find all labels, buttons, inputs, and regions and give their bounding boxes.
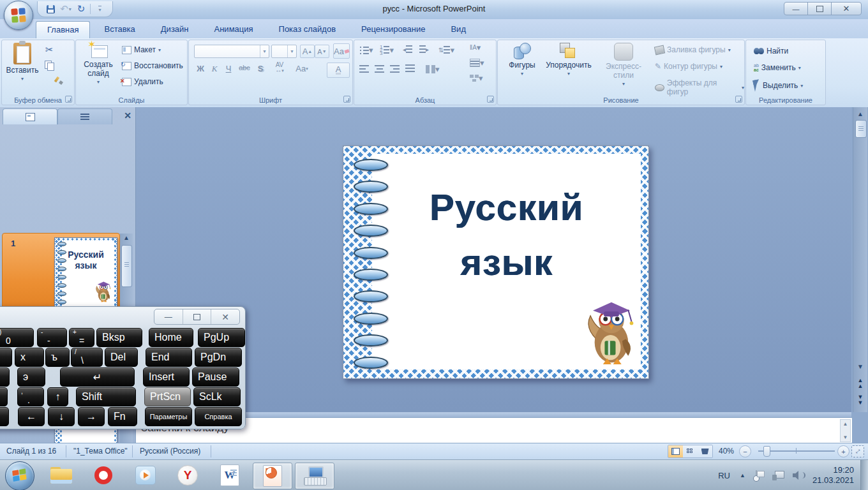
character-spacing-button[interactable]: AV↔▾	[269, 63, 290, 73]
shape-fill-button[interactable]: Заливка фигуры▾	[655, 45, 731, 54]
line-spacing-button[interactable]: ⇅▾	[438, 45, 454, 55]
chevron-down-icon[interactable]: ▼	[260, 45, 269, 57]
normal-view-button[interactable]	[668, 445, 683, 457]
key-e[interactable]: э	[17, 368, 45, 387]
key-equals[interactable]: +=	[69, 328, 94, 347]
font-family-combobox[interactable]: ▼	[194, 45, 269, 58]
scroll-up-icon[interactable]: ▲	[120, 234, 133, 242]
shrink-font-button[interactable]: А▼	[315, 45, 329, 58]
shapes-button[interactable]: Фигуры▾	[503, 43, 541, 78]
slide-sorter-button[interactable]	[683, 445, 698, 457]
key-period[interactable]: ,.	[17, 387, 44, 406]
taskbar-item-explorer[interactable]	[42, 463, 80, 488]
start-button[interactable]	[5, 461, 34, 490]
bullets-button[interactable]: ▾	[359, 45, 373, 55]
justify-button[interactable]	[405, 64, 415, 73]
delete-slide-button[interactable]: Удалить	[122, 77, 163, 86]
shape-outline-button[interactable]: ✎ Контур фигуры▾	[655, 62, 722, 71]
clear-formatting-button[interactable]: Aa	[333, 43, 350, 59]
tab-Вставка[interactable]: Вставка	[93, 20, 146, 38]
copy-button[interactable]	[44, 61, 54, 70]
arrange-button[interactable]: Упорядочить▾	[544, 43, 594, 78]
key-end[interactable]: End	[146, 348, 192, 367]
language-indicator[interactable]: RU	[718, 471, 730, 480]
slide-title-line1[interactable]: Русский	[372, 186, 641, 228]
office-button[interactable]	[4, 1, 33, 30]
tab-Показ слайдов[interactable]: Показ слайдов	[267, 20, 348, 38]
zoom-out-button[interactable]: −	[739, 445, 751, 457]
dialog-launcher-icon[interactable]	[65, 96, 72, 103]
scroll-up-icon[interactable]: ▲	[853, 110, 867, 119]
taskbar-item-word[interactable]: W	[211, 463, 249, 488]
align-text-button[interactable]: ▾	[470, 58, 484, 68]
tab-Дизайн[interactable]: Дизайн	[149, 20, 200, 38]
slide-counter[interactable]: Слайд 1 из 16	[6, 447, 56, 456]
key-home[interactable]: Home	[149, 328, 193, 347]
dialog-launcher-icon[interactable]	[487, 96, 494, 103]
key-fn[interactable]: Fn	[108, 407, 137, 426]
zoom-in-button[interactable]: +	[837, 445, 849, 457]
key-help[interactable]: Справка	[195, 407, 242, 426]
key-backspace[interactable]: Bksp	[96, 328, 142, 347]
key-cut-key[interactable]	[0, 387, 8, 406]
theme-name[interactable]: "1_Тема Office"	[73, 447, 128, 456]
key-arrow-down[interactable]: ↓	[48, 407, 75, 426]
shape-effects-button[interactable]: Эффекты для фигур▾	[655, 78, 744, 96]
tab-Рецензирование[interactable]: Рецензирование	[350, 20, 437, 38]
dialog-launcher-icon[interactable]	[343, 96, 350, 103]
key-kh[interactable]: х	[15, 348, 44, 367]
convert-smartart-button[interactable]: ▾	[470, 73, 483, 83]
columns-button[interactable]: ▾	[426, 64, 440, 74]
scroll-down-icon[interactable]: ▼	[843, 434, 848, 440]
key-0[interactable]: )0	[0, 328, 34, 347]
language-status[interactable]: Русский (Россия)	[140, 447, 200, 456]
key-insert[interactable]: Insert	[143, 368, 190, 387]
notes-scrollbar[interactable]: ▲▼	[840, 419, 851, 442]
font-size-combobox[interactable]: ▼	[271, 45, 297, 58]
key-backslash[interactable]: /\	[71, 348, 103, 367]
chevron-down-icon[interactable]: ▼	[287, 45, 296, 57]
key-enter[interactable]: ↵	[60, 368, 135, 387]
font-color-button[interactable]: А	[327, 63, 350, 78]
tab-slides[interactable]	[3, 108, 57, 124]
tab-Главная[interactable]: Главная	[36, 21, 90, 38]
close-panel-button[interactable]: ✕	[124, 110, 131, 121]
maximize-button[interactable]	[807, 2, 832, 15]
align-center-button[interactable]	[375, 64, 384, 73]
align-left-button[interactable]	[359, 64, 369, 73]
change-case-button[interactable]: Aa▾	[292, 64, 311, 73]
previous-slide-button[interactable]: ▲▲	[853, 378, 867, 389]
maximize-button[interactable]	[183, 309, 212, 324]
current-slide[interactable]: Русский язык	[343, 145, 649, 379]
text-shadow-button[interactable]: S	[254, 64, 267, 73]
underline-button[interactable]: Ч	[222, 64, 235, 73]
zoom-slider-thumb[interactable]	[763, 446, 770, 457]
taskbar-item-media-player[interactable]	[126, 463, 165, 488]
dialog-launcher-icon[interactable]	[735, 96, 742, 103]
zoom-level[interactable]: 40%	[719, 447, 734, 456]
increase-indent-button[interactable]: ▸	[419, 45, 429, 54]
scrollbar-thumb[interactable]	[121, 245, 132, 287]
volume-icon[interactable]	[793, 471, 803, 480]
close-button[interactable]: ✕	[211, 309, 239, 324]
key-prtscn[interactable]: PrtScn	[144, 387, 191, 406]
strikethrough-button[interactable]: abc	[236, 64, 253, 71]
find-button[interactable]: Найти	[754, 47, 788, 56]
fit-to-window-button[interactable]: ⤢	[851, 445, 864, 457]
minimize-button[interactable]: —	[154, 309, 183, 324]
tab-Анимация[interactable]: Анимация	[203, 20, 265, 38]
align-right-button[interactable]	[390, 64, 400, 73]
key-pgup[interactable]: PgUp	[198, 328, 245, 347]
clock[interactable]: 19:20 21.03.2021	[812, 465, 854, 486]
taskbar-item-yandex[interactable]: Y	[168, 463, 207, 488]
grow-font-button[interactable]: А▲	[300, 45, 315, 58]
select-button[interactable]: Выделить▾	[754, 80, 803, 91]
scroll-up-icon[interactable]: ▲	[843, 421, 848, 427]
vertical-scrollbar[interactable]: ▲ ▼ ▲▲ ▼▼	[853, 107, 867, 412]
key-shift[interactable]: Shift	[76, 387, 136, 406]
key-arrow-up[interactable]: ↑	[47, 387, 68, 406]
close-button[interactable]: ✕	[831, 2, 862, 15]
cut-button[interactable]: ✂	[45, 44, 54, 56]
taskbar-item-opera[interactable]	[84, 463, 123, 488]
show-desktop-button[interactable]	[860, 460, 868, 490]
